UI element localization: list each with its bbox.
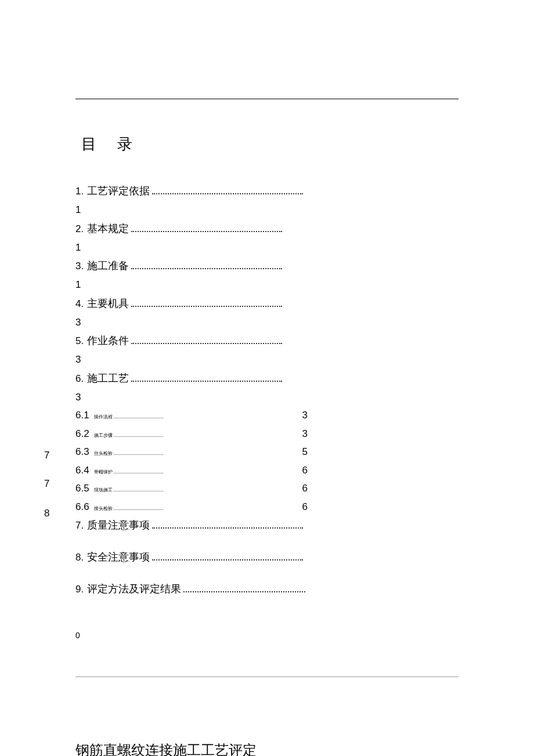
toc-leader-dots bbox=[114, 473, 163, 473]
toc-item-label: 工艺评定依据 bbox=[87, 183, 150, 199]
toc-item: 5. 作业条件 bbox=[75, 333, 308, 349]
toc-inner: 1. 工艺评定依据 1 2. 基本规定 1 3. 施工准备 1 4. 主要机具 bbox=[75, 183, 308, 613]
toc-leader-dots bbox=[131, 268, 282, 269]
toc-subitem-page: 5 bbox=[164, 444, 308, 460]
toc-leader-dots bbox=[114, 436, 163, 437]
toc-subitem: 6.4 带帽保护 6 bbox=[75, 463, 308, 478]
toc-subitem-label: 带帽保护 bbox=[94, 469, 113, 476]
toc-leader-dots bbox=[114, 509, 163, 510]
toc-item-label: 安全注意事项 bbox=[87, 549, 150, 565]
toc-item-page: 8 bbox=[44, 506, 49, 521]
toc-item-page: 1 bbox=[75, 240, 308, 255]
toc-item-page: 7 bbox=[44, 448, 49, 463]
toc-subitem-page: 6 bbox=[164, 463, 308, 478]
toc-item-page: 1 bbox=[75, 202, 308, 218]
toc-subitem-page: 3 bbox=[164, 408, 308, 423]
toc-item: 6. 施工工艺 bbox=[75, 371, 308, 386]
toc-item-page: 1 bbox=[75, 277, 308, 292]
toc-subitem-number: 6.3 bbox=[75, 444, 89, 460]
toc-subitem-number: 6.1 bbox=[75, 408, 89, 423]
toc-item-label: 作业条件 bbox=[87, 333, 129, 349]
toc-item: 4. 主要机具 bbox=[75, 296, 308, 312]
toc-subitem: 6.3 丝头检验 5 bbox=[75, 444, 308, 460]
toc-item: 7. 质量注意事项 bbox=[75, 518, 308, 533]
toc-subitem-number: 6.4 bbox=[75, 463, 89, 478]
toc-subitem: 6.1 操作流程 3 bbox=[75, 408, 308, 423]
toc-item-number: 5. bbox=[75, 334, 84, 349]
toc-subitem: 6.5 现场施工 6 bbox=[75, 481, 308, 496]
toc-item-number: 8. bbox=[75, 550, 84, 565]
toc-subitem-page: 3 bbox=[164, 426, 308, 442]
toc-leader-dots bbox=[114, 454, 163, 455]
toc-item-page: 7 bbox=[44, 476, 49, 491]
toc-subitem-label: 接头检验 bbox=[94, 505, 113, 512]
toc-subitem-label: 现场施工 bbox=[94, 487, 113, 494]
toc-item-page: 3 bbox=[75, 315, 308, 330]
toc-leader-dots bbox=[131, 381, 282, 382]
toc-item-number: 6. bbox=[75, 371, 84, 386]
toc-item: 8. 安全注意事项 bbox=[75, 549, 308, 565]
section-title: 钢筋直螺纹连接施工工艺评定 bbox=[75, 741, 459, 756]
page-footer-number: 0 bbox=[75, 630, 459, 642]
toc-leader-dots bbox=[131, 306, 282, 307]
bottom-horizontal-rule bbox=[75, 677, 459, 677]
toc-item-label: 施工工艺 bbox=[87, 371, 129, 386]
toc-item: 9. 评定方法及评定结果 bbox=[75, 581, 308, 597]
toc-leader-dots bbox=[131, 343, 282, 344]
toc-item: 1. 工艺评定依据 bbox=[75, 183, 308, 199]
toc-item-number: 3. bbox=[75, 259, 84, 274]
toc-item-label: 施工准备 bbox=[87, 258, 129, 274]
toc-leader-dots bbox=[114, 491, 163, 491]
toc-item-label: 主要机具 bbox=[87, 296, 129, 312]
table-of-contents: 1. 工艺评定依据 1 2. 基本规定 1 3. 施工准备 1 4. 主要机具 bbox=[75, 183, 459, 642]
toc-leader-dots bbox=[152, 193, 303, 194]
toc-item-number: 7. bbox=[75, 518, 84, 533]
toc-subitem-label: 操作流程 bbox=[94, 414, 113, 421]
toc-item-page: 3 bbox=[75, 390, 308, 405]
toc-subitem-page: 6 bbox=[164, 481, 308, 496]
toc-item-page: 3 bbox=[75, 352, 308, 367]
toc-item-number: 2. bbox=[75, 222, 84, 237]
toc-subitem-number: 6.2 bbox=[75, 426, 89, 442]
toc-leader-dots bbox=[114, 418, 163, 418]
toc-subitem-number: 6.6 bbox=[75, 500, 89, 515]
page-2: 钢筋直螺纹连接施工工艺评定 为加快基础的施工速度、 优质完成工程施工任务， 基础… bbox=[0, 712, 534, 756]
toc-leader-dots bbox=[152, 527, 303, 529]
toc-subitem-page: 6 bbox=[164, 500, 308, 515]
toc-item-label: 评定方法及评定结果 bbox=[87, 581, 181, 597]
toc-subitem: 6.2 施工步骤 3 bbox=[75, 426, 308, 442]
toc-item-label: 质量注意事项 bbox=[87, 518, 150, 533]
toc-leader-dots bbox=[131, 231, 282, 232]
top-horizontal-rule bbox=[75, 99, 459, 99]
toc-item: 3. 施工准备 bbox=[75, 258, 308, 274]
toc-leader-dots bbox=[152, 559, 303, 560]
toc-title: 目录 bbox=[81, 134, 459, 154]
toc-leader-dots bbox=[183, 591, 305, 592]
page-1: 目录 1. 工艺评定依据 1 2. 基本规定 1 3. 施工准备 1 4 bbox=[0, 0, 534, 712]
toc-item-number: 1. bbox=[75, 184, 84, 199]
toc-item-number: 4. bbox=[75, 296, 84, 312]
toc-subitem-number: 6.5 bbox=[75, 481, 89, 496]
toc-item: 2. 基本规定 bbox=[75, 221, 308, 237]
toc-item-number: 9. bbox=[75, 582, 84, 597]
toc-subitem-label: 施工步骤 bbox=[94, 432, 113, 439]
toc-subitem: 6.6 接头检验 6 bbox=[75, 500, 308, 515]
toc-item-label: 基本规定 bbox=[87, 221, 129, 237]
toc-subitem-label: 丝头检验 bbox=[94, 450, 113, 457]
